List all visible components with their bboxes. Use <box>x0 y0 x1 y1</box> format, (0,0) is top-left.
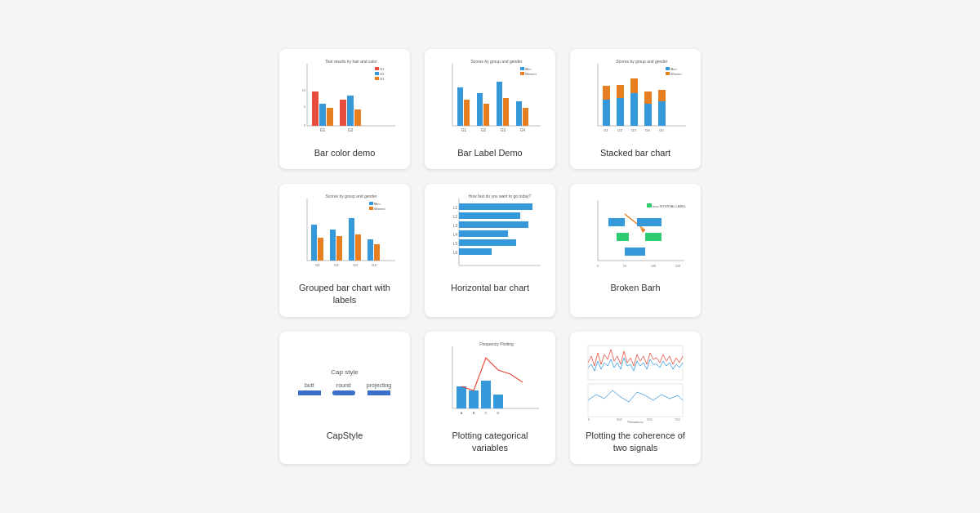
svg-rect-113 <box>457 386 466 408</box>
chart-horizontal-bar: How fast do you want to go today? L1 L2 … <box>434 194 546 275</box>
svg-text:G3: G3 <box>353 263 358 267</box>
svg-rect-72 <box>349 218 354 261</box>
card-label-grouped-bar-labels: Grouped bar chart with labels <box>289 282 400 307</box>
svg-rect-64 <box>369 202 373 205</box>
svg-text:Frequency Plotting: Frequency Plotting <box>479 341 514 346</box>
svg-rect-74 <box>368 239 373 261</box>
svg-rect-13 <box>347 96 354 126</box>
svg-text:G4: G4 <box>520 128 526 132</box>
svg-rect-99 <box>647 203 652 207</box>
card-label-horizontal-bar: Horizontal bar chart <box>451 282 529 294</box>
cap-round-shape <box>332 390 355 395</box>
svg-text:C: C <box>485 411 488 415</box>
svg-text:Women: Women <box>374 207 385 211</box>
svg-text:Men: Men <box>670 67 677 71</box>
card-label-broken-barh: Broken Barh <box>610 282 660 294</box>
card-broken-barh[interactable]: new INTERVAL LABEL 0 50 100 150 Broken B… <box>570 184 701 317</box>
chart-grouped-bar-labels: Scores by group and gender Men Women G1 … <box>289 194 400 275</box>
svg-text:G3: G3 <box>631 128 636 132</box>
svg-text:Scores by group and gender: Scores by group and gender <box>616 59 667 64</box>
svg-rect-103 <box>617 233 629 241</box>
svg-text:B: B <box>473 411 475 415</box>
svg-text:G5: G5 <box>659 128 664 132</box>
card-label-categorical-vars: Plotting categorical variables <box>434 430 546 455</box>
svg-text:250: 250 <box>617 417 622 422</box>
svg-rect-5 <box>375 72 379 75</box>
card-capstyle[interactable]: Cap style butt round projecting <box>279 332 410 465</box>
svg-rect-105 <box>625 248 645 256</box>
svg-text:Men: Men <box>525 67 532 71</box>
chart-broken-barh: new INTERVAL LABEL 0 50 100 150 <box>580 194 691 275</box>
svg-text:G4: G4 <box>372 263 376 267</box>
cap-butt-shape <box>298 390 321 395</box>
svg-rect-50 <box>630 93 638 126</box>
svg-rect-11 <box>327 108 333 126</box>
card-label-bar-color-demo: Bar color demo <box>314 147 376 159</box>
svg-rect-31 <box>497 82 502 126</box>
svg-rect-116 <box>493 395 503 408</box>
card-label-coherence: Plotting the coherence of two signals <box>580 430 691 455</box>
svg-rect-30 <box>483 104 489 126</box>
svg-rect-25 <box>520 72 524 75</box>
svg-rect-73 <box>355 234 361 261</box>
svg-rect-84 <box>459 212 520 219</box>
svg-rect-53 <box>644 91 652 104</box>
capstyle-title: Cap style <box>331 368 358 376</box>
svg-rect-29 <box>477 93 483 126</box>
svg-text:Scores by group and gender: Scores by group and gender <box>325 194 376 199</box>
svg-rect-88 <box>459 248 492 255</box>
svg-text:L2: L2 <box>453 215 458 219</box>
svg-rect-52 <box>644 104 652 126</box>
svg-rect-68 <box>311 225 317 261</box>
svg-text:G2: G2 <box>334 263 339 267</box>
svg-rect-51 <box>630 78 638 93</box>
svg-text:G2: G2 <box>380 72 385 76</box>
svg-rect-104 <box>645 233 662 241</box>
svg-text:10: 10 <box>302 88 306 92</box>
svg-rect-102 <box>637 218 662 226</box>
card-coherence[interactable]: 0 250 500 750 Frequency Plotting the coh… <box>570 332 701 465</box>
svg-text:5: 5 <box>304 105 306 109</box>
svg-text:L5: L5 <box>453 242 458 246</box>
cap-projecting-shape <box>368 390 390 395</box>
card-categorical-vars[interactable]: Frequency Plotting A B C D Plotting cate… <box>425 332 555 465</box>
gallery: Test results by hair and color G1 G2 G3 … <box>247 16 733 497</box>
svg-rect-23 <box>520 67 524 70</box>
svg-rect-85 <box>459 221 528 228</box>
card-horizontal-bar[interactable]: How fast do you want to go today? L1 L2 … <box>425 184 555 317</box>
card-bar-color-demo[interactable]: Test results by hair and color G1 G2 G3 … <box>279 49 410 169</box>
card-bar-label-demo[interactable]: Scores by group and gender Men Women G1 … <box>425 49 555 169</box>
svg-text:new INTERVAL LABEL: new INTERVAL LABEL <box>653 204 687 208</box>
svg-text:L6: L6 <box>453 251 458 255</box>
svg-text:0: 0 <box>597 264 599 268</box>
svg-text:50: 50 <box>623 264 627 268</box>
card-label-bar-label-demo: Bar Label Demo <box>457 147 523 159</box>
svg-rect-12 <box>340 100 346 126</box>
svg-rect-27 <box>457 87 463 126</box>
svg-text:Test results by hair and color: Test results by hair and color <box>325 59 377 64</box>
svg-text:G3: G3 <box>501 128 506 132</box>
svg-rect-115 <box>481 381 491 408</box>
chart-stacked-bar-chart: Scores by group and gender Men Women <box>580 59 691 141</box>
svg-text:0: 0 <box>588 417 590 422</box>
svg-text:G1: G1 <box>461 128 467 132</box>
svg-text:100: 100 <box>651 264 657 268</box>
cap-round-label: round <box>336 382 351 388</box>
svg-text:G2: G2 <box>617 128 622 132</box>
card-stacked-bar-chart[interactable]: Scores by group and gender Men Women <box>570 49 701 169</box>
svg-rect-44 <box>666 72 670 75</box>
svg-text:150: 150 <box>675 264 681 268</box>
svg-text:500: 500 <box>647 417 653 422</box>
svg-rect-69 <box>318 238 323 261</box>
chart-categorical-vars: Frequency Plotting A B C D <box>434 341 546 423</box>
svg-text:Women: Women <box>525 72 537 76</box>
svg-text:750: 750 <box>675 417 680 422</box>
svg-rect-10 <box>319 104 326 126</box>
svg-rect-34 <box>523 108 528 126</box>
card-grouped-bar-labels[interactable]: Scores by group and gender Men Women G1 … <box>279 184 410 317</box>
svg-rect-101 <box>608 218 625 226</box>
svg-rect-33 <box>516 101 522 126</box>
svg-rect-28 <box>464 100 470 126</box>
svg-rect-42 <box>666 67 670 70</box>
svg-text:Scores by group and gender: Scores by group and gender <box>470 59 522 64</box>
